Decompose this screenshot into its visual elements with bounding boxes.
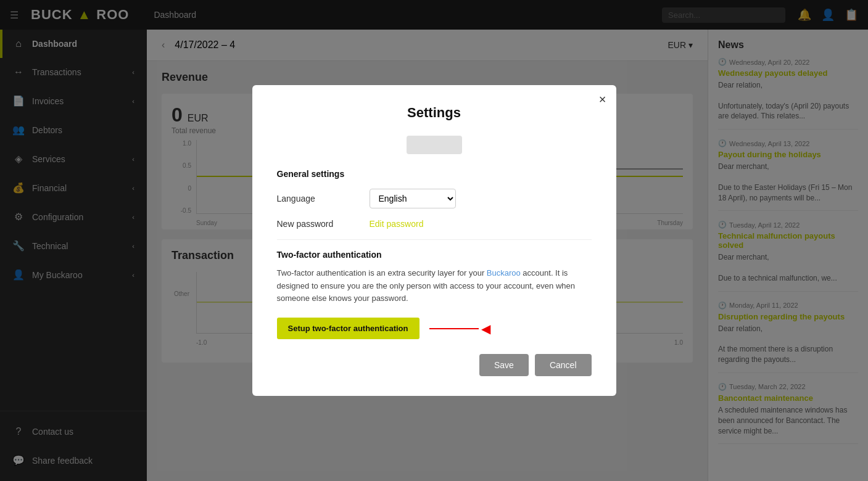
two-fa-setup-row: Setup two-factor authentication ◀ <box>277 318 592 339</box>
modal-divider <box>277 239 592 240</box>
arrow-head: ◀ <box>481 321 490 336</box>
password-label: New password <box>277 219 370 229</box>
general-settings-label: General settings <box>277 169 592 179</box>
language-value: English Dutch French German <box>370 189 592 208</box>
two-fa-title: Two-factor authentication <box>277 250 592 260</box>
setup-two-fa-button[interactable]: Setup two-factor authentication <box>277 318 420 339</box>
password-field: New password Edit password <box>277 218 592 229</box>
modal-overlay: × Settings General settings Language Eng… <box>0 0 868 481</box>
arrow-line <box>429 328 479 329</box>
settings-modal: × Settings General settings Language Eng… <box>252 85 616 396</box>
arrow-indicator: ◀ <box>429 321 490 336</box>
language-field: Language English Dutch French German <box>277 189 592 208</box>
modal-title: Settings <box>277 105 592 121</box>
password-value: Edit password <box>370 218 592 229</box>
language-label: Language <box>277 194 370 204</box>
two-fa-description: Two-factor authentication is an extra se… <box>277 267 592 305</box>
edit-password-link[interactable]: Edit password <box>370 219 424 229</box>
save-button[interactable]: Save <box>479 354 529 376</box>
cancel-button[interactable]: Cancel <box>535 354 592 376</box>
language-select[interactable]: English Dutch French German <box>370 189 456 208</box>
modal-close-button[interactable]: × <box>599 92 606 107</box>
modal-footer: Save Cancel <box>277 354 592 376</box>
modal-avatar <box>407 136 462 154</box>
